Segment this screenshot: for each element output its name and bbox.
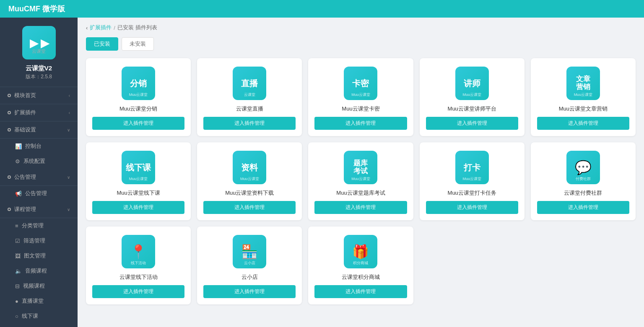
plugin-btn-offline[interactable]: 进入插件管理 [92,201,184,214]
plugin-badge: Muu云课堂 [462,176,481,182]
plugin-icon-kami: 卡密Muu云课堂 [344,67,377,100]
list-icon: ≡ [15,223,18,229]
plugin-icon-fxiao: 分销Muu云课堂 [122,67,155,100]
plugin-name: 云课堂付费社群 [564,189,602,197]
plugin-btn-checkin[interactable]: 进入插件管理 [426,201,518,214]
plugin-card-offline: 线下课Muu云课堂Muu云课堂线下课进入插件管理 [86,142,191,220]
plugin-btn-material[interactable]: 进入插件管理 [203,201,296,214]
plugin-btn-offline-event[interactable]: 进入插件管理 [92,285,184,298]
plugin-badge: 积分商城 [353,260,368,266]
plugin-badge: 线下活动 [131,260,146,266]
plugin-icon-paid-group: 💬付费社群 [566,151,600,184]
nav-sub-label: 图文管理 [24,252,46,260]
plugin-badge: 云课堂 [244,92,255,98]
sidebar-item-data-download[interactable]: ⬇ 资料下载 [0,324,78,327]
tab-bar: 已安装 未安装 [86,37,636,51]
tab-installed[interactable]: 已安装 [86,37,118,51]
sidebar-item-video-course[interactable]: ⊟ 视频课程 [0,278,78,294]
chart-icon: 📊 [15,143,22,149]
sidebar-item-filter-mgmt[interactable]: ☑ 筛选管理 [0,233,78,248]
sidebar-item-offline-course[interactable]: ○ 线下课 [0,309,78,324]
gear-icon: ⚙ [15,158,20,165]
plugin-row-1: 线下课Muu云课堂Muu云课堂线下课进入插件管理资料Muu云课堂Muu云课堂资料… [86,142,636,220]
plugin-badge: Muu云课堂 [129,92,148,98]
plugin-card-paid-group: 💬付费社群云课堂付费社群进入插件管理 [531,142,636,220]
tab-not-installed[interactable]: 未安装 [122,37,154,51]
plugin-icon-question: 题库考试Muu云课堂 [344,151,377,184]
plugin-row-0: 分销Muu云课堂Muu云课堂分销进入插件管理直播云课堂云课堂直播进入插件管理卡密… [86,58,636,136]
plugin-btn-mini-shop[interactable]: 进入插件管理 [203,285,296,298]
nav-dot-icon [8,94,11,97]
breadcrumb-link-extensions[interactable]: 扩展插件 [90,24,112,31]
sidebar-item-category-mgmt[interactable]: ≡ 分类管理 [0,218,78,233]
plugin-btn-paid-group[interactable]: 进入插件管理 [537,201,629,214]
plugin-badge: Muu云课堂 [351,92,370,98]
plugin-icon-text: 题库考试 [353,160,368,175]
image-icon: 🖼 [15,253,21,259]
nav-dot-icon [8,208,11,211]
sidebar-item-live-course[interactable]: ● 直播课堂 [0,294,78,309]
nav-label: 模块首页 [14,92,36,99]
plugin-badge: Muu云课堂 [351,176,370,182]
plugin-btn-question[interactable]: 进入插件管理 [314,201,407,214]
plugin-btn-points-mall[interactable]: 进入插件管理 [314,285,407,298]
plugin-btn-article-mkt[interactable]: 进入插件管理 [537,117,629,130]
sidebar-item-module-home[interactable]: 模块首页 ‹ [0,87,78,104]
sidebar-item-notice-mgmt[interactable]: 公告管理 ∨ [0,169,78,186]
plugin-btn-teacher[interactable]: 进入插件管理 [426,117,518,130]
sidebar-item-extensions[interactable]: 扩展插件 ‹ [0,104,78,121]
plugin-name: 云课堂线下活动 [119,273,158,281]
breadcrumb-separator: ‹ [86,25,88,31]
plugin-card-article-mkt: 文章营销Muu云课堂Muu云课堂文章营销进入插件管理 [531,58,636,136]
sidebar: ▶ 云课堂 云课堂V2 版本：2.5.8 模块首页 ‹ 扩展插件 ‹ [0,18,78,327]
plugin-grid: 分销Muu云课堂Muu云课堂分销进入插件管理直播云课堂云课堂直播进入插件管理卡密… [86,58,636,304]
nav-label: 课程管理 [14,206,36,213]
nav-label: 扩展插件 [14,109,36,116]
sidebar-item-article-mgmt[interactable]: 🖼 图文管理 [0,248,78,263]
plugin-card-offline-event: 📍线下活动云课堂线下活动进入插件管理 [86,227,191,304]
plugin-icon-text: 直播 [241,79,258,88]
plugin-name: 云小店 [242,273,258,281]
header-title: MuuCMF 微学版 [8,4,65,14]
plugin-icon-offline-event: 📍线下活动 [122,235,155,268]
plugin-badge: Muu云课堂 [129,176,148,182]
nav-sub-label: 分类管理 [22,222,44,229]
sidebar-item-dashboard[interactable]: 📊 控制台 [0,139,78,154]
plugin-icon-emoji: 📍 [130,245,147,258]
sidebar-item-course-mgmt[interactable]: 课程管理 ∨ [0,201,78,218]
plugin-card-mini-shop: 🏪云小店云小店进入插件管理 [197,227,302,304]
plugin-badge: Muu云课堂 [462,92,481,98]
plugin-card-points-mall: 🎁积分商城云课堂积分商城进入插件管理 [308,227,413,304]
plugin-badge: 云小店 [244,260,255,266]
plugin-name: Muu云课堂分销 [119,105,157,113]
nav-sub-label: 视频课程 [23,282,45,290]
plugin-name: Muu云课堂资料下载 [225,189,274,197]
plugin-icon-live: 直播云课堂 [233,67,266,100]
nav-dot-icon [8,128,11,131]
chevron-down-icon: ∨ [67,207,70,212]
sidebar-item-audio-course[interactable]: 🔈 音频课程 [0,263,78,278]
plugin-btn-live[interactable]: 进入插件管理 [203,117,296,130]
nav-label: 公告管理 [14,173,36,181]
nav-sub-label: 控制台 [25,142,42,150]
nav-sub-label: 线下课 [22,312,38,320]
plugin-card-fxiao: 分销Muu云课堂Muu云课堂分销进入插件管理 [86,58,191,136]
sidebar-item-basic-settings[interactable]: 基础设置 ∨ [0,121,78,139]
plugin-name: 云课堂直播 [236,105,263,113]
plugin-btn-fxiao[interactable]: 进入插件管理 [92,117,184,130]
sidebar-item-system-config[interactable]: ⚙ 系统配置 [0,154,78,169]
app-version: 版本：2.5.8 [26,73,52,80]
app-logo-icon: ▶ 云课堂 [22,26,56,59]
sidebar-item-notice-list[interactable]: 📢 公告管理 [0,186,78,201]
audio-icon: 🔈 [15,268,22,274]
plugin-badge: Muu云课堂 [574,92,593,98]
plugin-badge: Muu云课堂 [240,176,259,182]
plugin-card-checkin: 打卡Muu云课堂Muu云课堂打卡任务进入插件管理 [420,142,525,220]
plugin-icon-text: 打卡 [464,163,480,172]
megaphone-icon: 📢 [15,191,22,197]
plugin-icon-text: 分销 [130,79,147,88]
plugin-icon-article-mkt: 文章营销Muu云课堂 [566,67,600,100]
plugin-btn-kami[interactable]: 进入插件管理 [314,117,407,130]
plugin-row-2: 📍线下活动云课堂线下活动进入插件管理🏪云小店云小店进入插件管理🎁积分商城云课堂积… [86,227,636,304]
nav-dot-icon [8,175,11,179]
